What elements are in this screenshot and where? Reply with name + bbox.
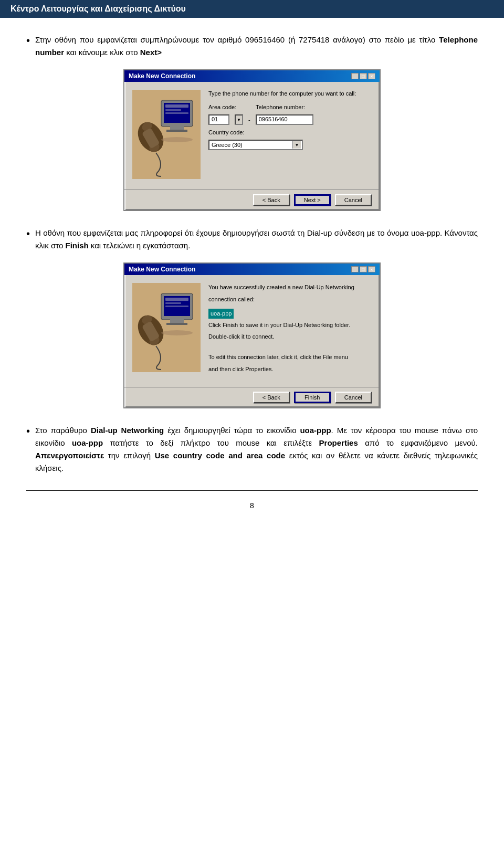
dialog2-footer: < Back Finish Cancel — [124, 387, 380, 407]
screenshot1-container: Make New Connection _ □ × — [26, 69, 478, 211]
svg-point-12 — [161, 137, 193, 142]
svg-rect-16 — [170, 319, 184, 323]
bullet2-icon: • — [26, 228, 30, 240]
dialog1-window: Make New Connection _ □ × — [123, 69, 381, 211]
minimize2-btn[interactable]: _ — [351, 266, 359, 272]
dialog1-image — [132, 90, 201, 179]
screenshot2-container: Make New Connection _ □ × — [26, 262, 478, 408]
area-code-input[interactable]: 01 — [208, 114, 229, 125]
svg-rect-7 — [165, 112, 188, 114]
dialog2-line6: and then click Properties. — [208, 365, 372, 374]
dialog1-form: Type the phone number for the computer y… — [208, 90, 372, 179]
minimize-btn[interactable]: _ — [351, 73, 359, 79]
dialog1-titlebar: Make New Connection _ □ × — [124, 70, 380, 82]
country-label: Country code: — [208, 129, 261, 135]
dialog2-line4: Double-click it to connect. — [208, 332, 372, 341]
country-dropdown-arrow[interactable]: ▼ — [292, 141, 301, 149]
dialog2-titlebar: Make New Connection _ □ × — [124, 264, 380, 275]
dialog1-footer: < Back Next > Cancel — [124, 190, 380, 210]
svg-rect-17 — [166, 323, 187, 325]
country-value: Greece (30) — [211, 141, 292, 149]
dialog2-line2: connection called: — [208, 295, 372, 304]
dialog2-form: You have successfully created a new Dial… — [208, 283, 372, 376]
maximize-btn[interactable]: □ — [360, 73, 367, 79]
area-code-dropdown[interactable]: ▼ — [235, 114, 243, 125]
area-code-label: Area code: — [208, 104, 245, 110]
dash-sep: - — [248, 117, 250, 123]
area-code-row: Area code: Telephone number: — [208, 104, 372, 110]
country-select[interactable]: Greece (30) ▼ — [208, 140, 303, 150]
connection-name-box: uoa-ppp — [208, 309, 234, 319]
header-title: Κέντρο Λειτουργίας και Διαχείρισης Δικτύ… — [10, 4, 186, 13]
dialog1-title: Make New Connection — [129, 72, 195, 80]
page-header: Κέντρο Λειτουργίας και Διαχείρισης Δικτύ… — [0, 0, 504, 18]
section2-text: Η οθόνη που εμφανίζεται μας πληροφορεί ό… — [35, 227, 478, 252]
svg-rect-6 — [165, 109, 181, 111]
section2-bullet: • Η οθόνη που εμφανίζεται μας πληροφορεί… — [26, 227, 478, 252]
dialog2-image — [132, 283, 201, 372]
dialog2-line5: To edit this connection later, click it,… — [208, 353, 372, 362]
dialog2-title: Make New Connection — [129, 266, 195, 273]
telephone-input[interactable]: 096516460 — [256, 114, 313, 125]
section3-bullet: • Στο παράθυρο Dial-up Networking έχει δ… — [26, 424, 478, 475]
svg-rect-20 — [165, 306, 188, 307]
close-btn[interactable]: × — [368, 73, 375, 79]
dialog1-next-button[interactable]: Next > — [294, 194, 331, 206]
page-content: • Στην οθόνη που εμφανίζεται συμπληρώνου… — [0, 18, 504, 546]
svg-point-25 — [161, 330, 193, 335]
svg-rect-5 — [165, 104, 188, 108]
bullet-icon: • — [26, 35, 30, 47]
titlebar2-buttons: _ □ × — [351, 266, 375, 272]
titlebar-buttons: _ □ × — [351, 73, 375, 79]
dialog2-line1: You have successfully created a new Dial… — [208, 283, 372, 292]
input-row: 01 ▼ - 096516460 — [208, 114, 372, 125]
svg-rect-18 — [165, 298, 188, 301]
maximize2-btn[interactable]: □ — [360, 266, 367, 272]
telephone-label: Telephone number: — [256, 104, 305, 110]
svg-rect-19 — [165, 302, 181, 304]
section1-text: Στην οθόνη που εμφανίζεται συμπληρώνουμε… — [35, 34, 478, 59]
dialog2-back-button[interactable]: < Back — [253, 392, 290, 403]
page-number: 8 — [26, 490, 478, 520]
dialog1-description: Type the phone number for the computer y… — [208, 90, 372, 98]
dialog2-body: You have successfully created a new Dial… — [124, 275, 380, 384]
dialog2-line3: Click Finish to save it in your Dial-Up … — [208, 321, 372, 330]
bullet3-icon: • — [26, 425, 30, 437]
dialog2-finish-button[interactable]: Finish — [294, 392, 331, 403]
section3-text: Στο παράθυρο Dial-up Networking έχει δημ… — [35, 424, 478, 475]
dialog1-body: Type the phone number for the computer y… — [124, 82, 380, 187]
country-row: Country code: — [208, 129, 372, 135]
dialog1-back-button[interactable]: < Back — [253, 194, 290, 206]
close2-btn[interactable]: × — [368, 266, 375, 272]
dialog1-cancel-button[interactable]: Cancel — [335, 194, 372, 206]
svg-rect-3 — [170, 125, 184, 130]
country-select-row: Greece (30) ▼ — [208, 140, 372, 150]
section1-bullet: • Στην οθόνη που εμφανίζεται συμπληρώνου… — [26, 34, 478, 59]
dialog2-window: Make New Connection _ □ × — [123, 262, 381, 408]
dialog2-cancel-button[interactable]: Cancel — [335, 392, 372, 403]
svg-rect-4 — [166, 130, 187, 132]
